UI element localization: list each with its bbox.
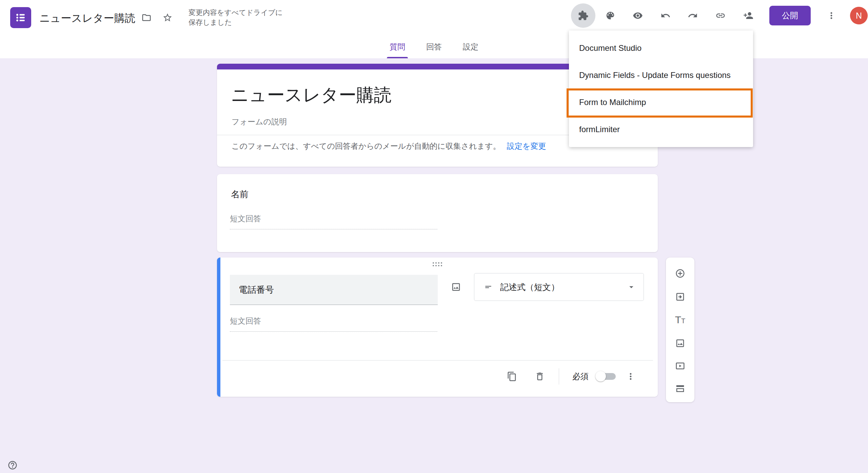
menu-item-document-studio[interactable]: Document Studio — [569, 35, 753, 62]
question-title-input[interactable]: 電話番号 — [230, 275, 438, 305]
selected-card-indicator — [217, 258, 220, 397]
email-notice-text: このフォームでは、すべての回答者からのメールが自動的に収集されます。 — [232, 141, 501, 151]
side-toolbar: TT — [666, 258, 694, 402]
divider — [559, 368, 559, 385]
add-video-icon[interactable] — [672, 358, 688, 374]
theme-palette-icon[interactable] — [601, 6, 620, 25]
required-label: 必須 — [572, 372, 589, 381]
google-forms-editor: ニュースレター購読 変更内容をすべてドライブに 保存しました 公開 N 質問 回… — [0, 0, 868, 473]
question-type-dropdown[interactable]: 記述式（短文） — [474, 273, 644, 301]
menu-item-dynamic-fields[interactable]: Dynamic Fields - Update Forms questions — [569, 62, 753, 89]
form-title-heading[interactable]: ニュースレター購読 — [231, 83, 392, 107]
form-description[interactable]: フォームの説明 — [232, 117, 287, 127]
delete-question-icon[interactable] — [530, 367, 549, 386]
required-toggle[interactable] — [597, 372, 616, 381]
add-image-icon[interactable] — [672, 335, 688, 351]
star-button[interactable] — [158, 8, 177, 27]
question-title[interactable]: 名前 — [231, 188, 249, 200]
addons-puzzle-icon[interactable] — [571, 3, 595, 28]
email-collection-notice: このフォームでは、すべての回答者からのメールが自動的に収集されます。 設定を変更 — [232, 141, 546, 151]
more-menu-icon[interactable] — [822, 6, 841, 25]
short-answer-placeholder: 短文回答 — [230, 316, 437, 332]
add-collaborators-icon[interactable] — [739, 6, 758, 25]
question-card-phone[interactable]: 電話番号 記述式（短文） 短文回答 必須 — [217, 258, 658, 397]
short-text-icon — [484, 283, 493, 291]
divider — [222, 360, 653, 361]
add-section-icon[interactable] — [672, 381, 688, 397]
move-to-folder-button[interactable] — [137, 8, 156, 27]
form-title-input[interactable]: ニュースレター購読 — [39, 11, 135, 25]
copy-link-icon[interactable] — [711, 6, 730, 25]
tab-questions[interactable]: 質問 — [387, 36, 408, 58]
forms-logo-icon[interactable] — [10, 7, 31, 28]
preview-eye-icon[interactable] — [628, 6, 647, 25]
question-more-options-icon[interactable] — [621, 367, 640, 386]
question-card-name[interactable]: 名前 短文回答 — [217, 174, 658, 252]
add-title-icon[interactable]: TT — [672, 312, 688, 328]
question-title-text: 電話番号 — [230, 275, 438, 305]
toggle-knob — [595, 371, 606, 382]
add-image-to-question-icon[interactable] — [447, 277, 466, 296]
redo-icon[interactable] — [683, 6, 702, 25]
publish-button[interactable]: 公開 — [769, 6, 811, 25]
account-avatar[interactable]: N — [850, 7, 868, 24]
drag-handle-icon[interactable] — [433, 262, 442, 266]
chevron-down-icon — [627, 282, 636, 292]
menu-item-form-to-mailchimp[interactable]: Form to Mailchimp — [569, 89, 753, 116]
menu-item-formlimiter[interactable]: formLimiter — [569, 116, 753, 143]
tab-settings[interactable]: 設定 — [460, 36, 481, 58]
short-answer-placeholder: 短文回答 — [230, 213, 437, 229]
import-questions-icon[interactable] — [672, 289, 688, 305]
duplicate-question-icon[interactable] — [502, 367, 521, 386]
tab-responses[interactable]: 回答 — [423, 36, 445, 58]
add-question-icon[interactable] — [672, 265, 688, 282]
addons-menu: Document Studio Dynamic Fields - Update … — [569, 30, 753, 147]
undo-icon[interactable] — [656, 6, 675, 25]
question-type-label: 記述式（短文） — [500, 282, 559, 293]
save-status[interactable]: 変更内容をすべてドライブに 保存しました — [189, 7, 282, 27]
change-settings-link[interactable]: 設定を変更 — [507, 141, 546, 151]
help-icon[interactable] — [7, 460, 18, 471]
